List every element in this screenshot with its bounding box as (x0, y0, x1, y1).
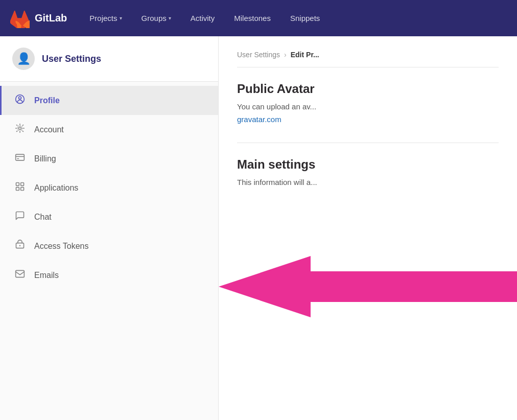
nav-snippets[interactable]: Snippets (283, 10, 327, 27)
svg-rect-10 (21, 188, 24, 191)
svg-point-1 (19, 97, 21, 99)
public-avatar-title: Public Avatar (237, 82, 499, 96)
chevron-down-icon: ▾ (169, 15, 171, 21)
sidebar-item-label: Billing (34, 154, 56, 164)
sidebar-item-chat[interactable]: Chat (0, 202, 218, 231)
sidebar: 👤 User Settings Profile (0, 36, 219, 420)
public-avatar-text: You can upload an av... (237, 101, 499, 113)
sidebar-header: 👤 User Settings (0, 36, 218, 82)
main-settings-title: Main settings (237, 157, 499, 172)
chevron-down-icon: ▾ (120, 15, 122, 21)
sidebar-item-label: Applications (34, 183, 78, 193)
svg-rect-13 (16, 270, 25, 277)
nav-activity[interactable]: Activity (183, 10, 222, 27)
breadcrumb-parent: User Settings (237, 51, 280, 59)
svg-rect-9 (16, 188, 19, 191)
breadcrumb: User Settings › Edit Pr... (237, 51, 499, 67)
svg-point-12 (19, 245, 21, 246)
sidebar-item-billing[interactable]: Billing (0, 144, 218, 173)
gravatar-link[interactable]: gravatar.com (237, 115, 281, 124)
emails-icon (14, 269, 26, 282)
main-settings-text: This information will a... (237, 177, 499, 189)
nav-groups[interactable]: Groups ▾ (134, 10, 178, 27)
avatar: 👤 (12, 48, 35, 70)
sidebar-item-emails[interactable]: Emails (0, 261, 218, 290)
top-navbar: GitLab Projects ▾ Groups ▾ Activity Mile… (0, 0, 517, 36)
profile-icon (14, 94, 26, 107)
sidebar-item-label: Access Tokens (34, 242, 88, 251)
sidebar-item-profile[interactable]: Profile (0, 86, 218, 115)
billing-icon (14, 152, 26, 165)
svg-marker-14 (219, 256, 517, 317)
applications-icon (14, 181, 26, 194)
main-content: User Settings › Edit Pr... Public Avatar… (219, 36, 517, 420)
nav-milestones[interactable]: Milestones (227, 10, 278, 27)
sidebar-nav: Profile Account (0, 82, 218, 294)
nav-projects[interactable]: Projects ▾ (82, 10, 129, 27)
svg-point-3 (17, 126, 22, 131)
brand-name: GitLab (35, 12, 67, 24)
sidebar-item-label: Account (34, 125, 64, 134)
chat-icon (14, 211, 26, 223)
sidebar-item-access-tokens[interactable]: Access Tokens (0, 231, 218, 261)
svg-point-2 (19, 127, 21, 130)
section-divider (237, 143, 499, 143)
gitlab-logo-icon (10, 9, 30, 28)
main-layout: 👤 User Settings Profile (0, 36, 517, 420)
breadcrumb-separator: › (284, 51, 287, 59)
sidebar-item-label: Profile (34, 96, 60, 105)
account-icon (14, 123, 26, 136)
breadcrumb-current: Edit Pr... (291, 51, 319, 59)
sidebar-item-label: Emails (34, 271, 59, 280)
sidebar-item-applications[interactable]: Applications (0, 173, 218, 202)
svg-rect-8 (21, 183, 24, 186)
svg-rect-4 (16, 154, 25, 160)
user-icon: 👤 (17, 52, 31, 65)
sidebar-item-label: Chat (34, 213, 52, 222)
brand[interactable]: GitLab (10, 9, 67, 28)
sidebar-title: User Settings (42, 54, 101, 64)
sidebar-item-account[interactable]: Account (0, 115, 218, 144)
svg-rect-7 (16, 183, 19, 186)
access-tokens-icon (14, 240, 26, 252)
